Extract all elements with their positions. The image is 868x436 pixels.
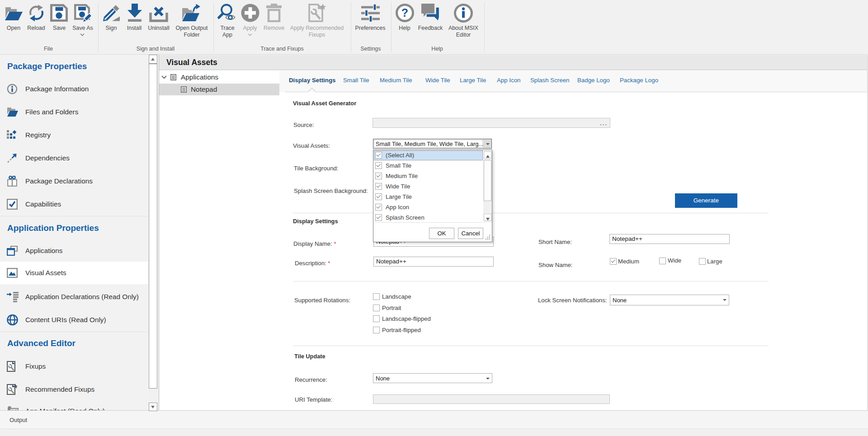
svg-text:?: ? (401, 6, 408, 19)
